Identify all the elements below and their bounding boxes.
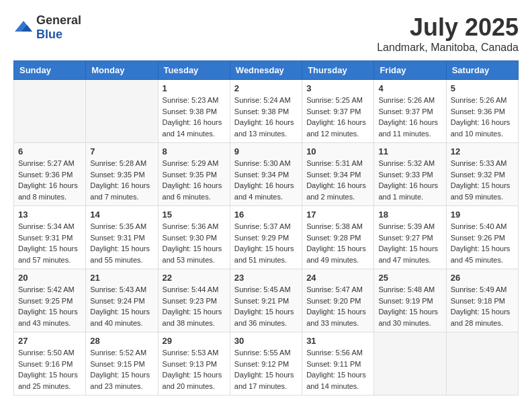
calendar-cell: 29Sunrise: 5:53 AMSunset: 9:13 PMDayligh… bbox=[158, 332, 230, 396]
calendar-cell: 17Sunrise: 5:38 AMSunset: 9:28 PMDayligh… bbox=[302, 206, 374, 269]
day-number: 31 bbox=[306, 336, 369, 346]
title-block: July 2025 Landmark, Manitoba, Canada bbox=[377, 13, 519, 54]
calendar-table: SundayMondayTuesdayWednesdayThursdayFrid… bbox=[13, 60, 519, 396]
calendar-cell: 6Sunrise: 5:27 AMSunset: 9:36 PMDaylight… bbox=[14, 143, 86, 206]
day-number: 4 bbox=[378, 83, 441, 93]
calendar-cell: 9Sunrise: 5:30 AMSunset: 9:34 PMDaylight… bbox=[230, 143, 302, 206]
day-number: 23 bbox=[234, 273, 298, 283]
day-info: Sunrise: 5:52 AMSunset: 9:15 PMDaylight:… bbox=[90, 347, 153, 392]
weekday-header-monday: Monday bbox=[86, 61, 158, 80]
day-number: 9 bbox=[234, 146, 298, 156]
week-row-4: 20Sunrise: 5:42 AMSunset: 9:25 PMDayligh… bbox=[14, 269, 519, 332]
day-number: 7 bbox=[90, 146, 153, 156]
calendar-cell: 26Sunrise: 5:49 AMSunset: 9:18 PMDayligh… bbox=[446, 269, 518, 332]
weekday-header-wednesday: Wednesday bbox=[230, 61, 302, 80]
day-info: Sunrise: 5:45 AMSunset: 9:21 PMDaylight:… bbox=[234, 284, 298, 328]
weekday-header-sunday: Sunday bbox=[14, 61, 86, 80]
day-info: Sunrise: 5:47 AMSunset: 9:20 PMDaylight:… bbox=[306, 284, 369, 328]
calendar-cell bbox=[446, 332, 518, 396]
calendar-cell bbox=[374, 332, 446, 396]
day-number: 5 bbox=[451, 83, 514, 93]
day-number: 15 bbox=[163, 210, 226, 220]
calendar-cell: 10Sunrise: 5:31 AMSunset: 9:34 PMDayligh… bbox=[302, 143, 374, 206]
week-row-2: 6Sunrise: 5:27 AMSunset: 9:36 PMDaylight… bbox=[14, 143, 519, 206]
calendar-cell: 13Sunrise: 5:34 AMSunset: 9:31 PMDayligh… bbox=[14, 206, 86, 269]
day-info: Sunrise: 5:33 AMSunset: 9:32 PMDaylight:… bbox=[451, 158, 514, 202]
calendar-cell: 20Sunrise: 5:42 AMSunset: 9:25 PMDayligh… bbox=[14, 269, 86, 332]
day-info: Sunrise: 5:34 AMSunset: 9:31 PMDaylight:… bbox=[18, 221, 81, 265]
day-info: Sunrise: 5:48 AMSunset: 9:19 PMDaylight:… bbox=[378, 284, 441, 328]
location-subtitle: Landmark, Manitoba, Canada bbox=[377, 42, 519, 54]
week-row-1: 1Sunrise: 5:23 AMSunset: 9:38 PMDaylight… bbox=[14, 80, 519, 143]
calendar-cell: 4Sunrise: 5:26 AMSunset: 9:37 PMDaylight… bbox=[374, 80, 446, 143]
day-info: Sunrise: 5:42 AMSunset: 9:25 PMDaylight:… bbox=[18, 284, 81, 328]
day-info: Sunrise: 5:32 AMSunset: 9:33 PMDaylight:… bbox=[378, 158, 441, 202]
day-number: 12 bbox=[451, 146, 514, 156]
day-number: 8 bbox=[163, 146, 226, 156]
day-number: 29 bbox=[163, 336, 226, 346]
weekday-header-row: SundayMondayTuesdayWednesdayThursdayFrid… bbox=[14, 61, 519, 80]
day-info: Sunrise: 5:40 AMSunset: 9:26 PMDaylight:… bbox=[451, 221, 514, 265]
day-info: Sunrise: 5:36 AMSunset: 9:30 PMDaylight:… bbox=[163, 221, 226, 265]
calendar-cell: 11Sunrise: 5:32 AMSunset: 9:33 PMDayligh… bbox=[374, 143, 446, 206]
day-number: 17 bbox=[306, 210, 369, 220]
calendar-cell: 31Sunrise: 5:56 AMSunset: 9:11 PMDayligh… bbox=[302, 332, 374, 396]
day-number: 20 bbox=[18, 273, 81, 283]
day-info: Sunrise: 5:39 AMSunset: 9:27 PMDaylight:… bbox=[378, 221, 441, 265]
calendar-cell: 15Sunrise: 5:36 AMSunset: 9:30 PMDayligh… bbox=[158, 206, 230, 269]
day-info: Sunrise: 5:56 AMSunset: 9:11 PMDaylight:… bbox=[306, 347, 369, 392]
weekday-header-thursday: Thursday bbox=[302, 61, 374, 80]
day-info: Sunrise: 5:43 AMSunset: 9:24 PMDaylight:… bbox=[90, 284, 153, 328]
day-number: 30 bbox=[234, 336, 298, 346]
day-info: Sunrise: 5:31 AMSunset: 9:34 PMDaylight:… bbox=[306, 158, 369, 202]
calendar-cell: 24Sunrise: 5:47 AMSunset: 9:20 PMDayligh… bbox=[302, 269, 374, 332]
weekday-header-friday: Friday bbox=[374, 61, 446, 80]
day-number: 21 bbox=[90, 273, 153, 283]
day-info: Sunrise: 5:25 AMSunset: 9:37 PMDaylight:… bbox=[306, 95, 369, 139]
day-number: 1 bbox=[163, 83, 226, 93]
weekday-header-tuesday: Tuesday bbox=[158, 61, 230, 80]
logo-general: General bbox=[36, 13, 81, 27]
calendar-cell: 19Sunrise: 5:40 AMSunset: 9:26 PMDayligh… bbox=[446, 206, 518, 269]
day-info: Sunrise: 5:49 AMSunset: 9:18 PMDaylight:… bbox=[451, 284, 514, 328]
day-info: Sunrise: 5:24 AMSunset: 9:38 PMDaylight:… bbox=[234, 95, 298, 139]
day-number: 27 bbox=[18, 336, 81, 346]
day-info: Sunrise: 5:53 AMSunset: 9:13 PMDaylight:… bbox=[163, 347, 226, 392]
logo: General Blue bbox=[13, 13, 81, 42]
day-number: 19 bbox=[451, 210, 514, 220]
day-number: 14 bbox=[90, 210, 153, 220]
calendar-cell: 23Sunrise: 5:45 AMSunset: 9:21 PMDayligh… bbox=[230, 269, 302, 332]
logo-icon bbox=[13, 19, 34, 36]
day-info: Sunrise: 5:44 AMSunset: 9:23 PMDaylight:… bbox=[163, 284, 226, 328]
calendar-cell: 3Sunrise: 5:25 AMSunset: 9:37 PMDaylight… bbox=[302, 80, 374, 143]
week-row-5: 27Sunrise: 5:50 AMSunset: 9:16 PMDayligh… bbox=[14, 332, 519, 396]
day-info: Sunrise: 5:28 AMSunset: 9:35 PMDaylight:… bbox=[90, 158, 153, 202]
day-info: Sunrise: 5:50 AMSunset: 9:16 PMDaylight:… bbox=[18, 347, 81, 392]
day-number: 6 bbox=[18, 146, 81, 156]
day-number: 25 bbox=[378, 273, 441, 283]
day-number: 2 bbox=[234, 83, 298, 93]
day-info: Sunrise: 5:26 AMSunset: 9:36 PMDaylight:… bbox=[451, 95, 514, 139]
day-number: 16 bbox=[234, 210, 298, 220]
calendar-cell: 8Sunrise: 5:29 AMSunset: 9:35 PMDaylight… bbox=[158, 143, 230, 206]
calendar-cell: 28Sunrise: 5:52 AMSunset: 9:15 PMDayligh… bbox=[86, 332, 158, 396]
calendar-cell: 12Sunrise: 5:33 AMSunset: 9:32 PMDayligh… bbox=[446, 143, 518, 206]
calendar-cell: 21Sunrise: 5:43 AMSunset: 9:24 PMDayligh… bbox=[86, 269, 158, 332]
calendar-cell: 16Sunrise: 5:37 AMSunset: 9:29 PMDayligh… bbox=[230, 206, 302, 269]
calendar-cell: 25Sunrise: 5:48 AMSunset: 9:19 PMDayligh… bbox=[374, 269, 446, 332]
logo-text: General Blue bbox=[36, 13, 81, 42]
day-info: Sunrise: 5:23 AMSunset: 9:38 PMDaylight:… bbox=[163, 95, 226, 139]
day-number: 11 bbox=[378, 146, 441, 156]
calendar-cell: 7Sunrise: 5:28 AMSunset: 9:35 PMDaylight… bbox=[86, 143, 158, 206]
day-info: Sunrise: 5:29 AMSunset: 9:35 PMDaylight:… bbox=[163, 158, 226, 202]
calendar-cell: 27Sunrise: 5:50 AMSunset: 9:16 PMDayligh… bbox=[14, 332, 86, 396]
day-info: Sunrise: 5:27 AMSunset: 9:36 PMDaylight:… bbox=[18, 158, 81, 202]
day-number: 10 bbox=[306, 146, 369, 156]
page-header: General Blue July 2025 Landmark, Manitob… bbox=[13, 13, 519, 54]
day-number: 24 bbox=[306, 273, 369, 283]
day-number: 18 bbox=[378, 210, 441, 220]
week-row-3: 13Sunrise: 5:34 AMSunset: 9:31 PMDayligh… bbox=[14, 206, 519, 269]
day-info: Sunrise: 5:35 AMSunset: 9:31 PMDaylight:… bbox=[90, 221, 153, 265]
calendar-cell: 22Sunrise: 5:44 AMSunset: 9:23 PMDayligh… bbox=[158, 269, 230, 332]
month-year-title: July 2025 bbox=[377, 13, 519, 42]
